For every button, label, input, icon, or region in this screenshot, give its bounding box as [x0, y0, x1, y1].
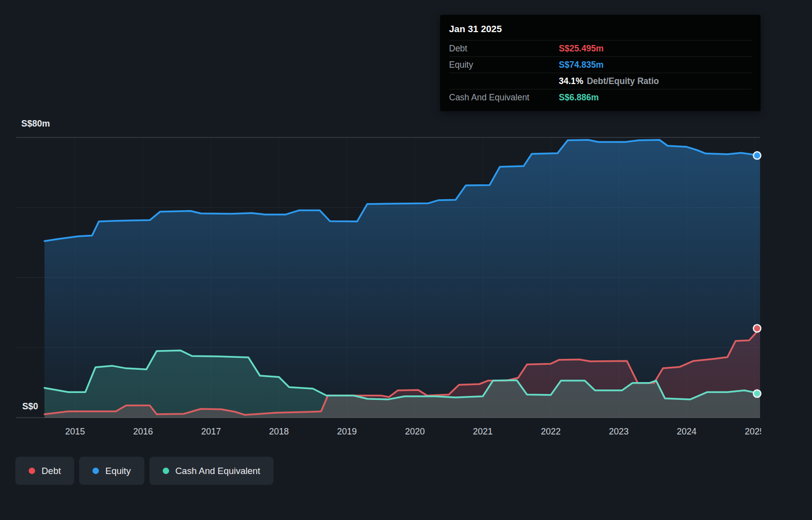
x-axis-label: 2020 — [405, 427, 425, 436]
tooltip-debt-value: S$25.495m — [559, 43, 604, 54]
x-axis-label: 2021 — [473, 427, 493, 436]
tooltip-row-debt: Debt S$25.495m — [449, 40, 752, 56]
tooltip-ratio-value: 34.1% — [559, 76, 584, 87]
x-axis-label: 2016 — [133, 427, 153, 436]
x-axis-label: 2015 — [65, 427, 85, 436]
tooltip: Jan 31 2025 Debt S$25.495m Equity S$74.8… — [440, 15, 761, 111]
y-axis-label-zero: S$0 — [22, 401, 38, 412]
tooltip-ratio-label: Debt/Equity Ratio — [587, 76, 659, 87]
legend-item-equity[interactable]: Equity — [79, 457, 144, 485]
x-axis-label: 2025 — [745, 427, 765, 436]
x-axis-label: 2017 — [201, 427, 221, 436]
x-axis-label: 2024 — [677, 427, 697, 436]
tooltip-debt-label: Debt — [449, 43, 559, 54]
tooltip-row-ratio: 34.1% Debt/Equity Ratio — [449, 73, 752, 89]
cash-dot-icon — [163, 468, 169, 474]
x-axis-label: 2023 — [609, 427, 629, 436]
legend-item-debt[interactable]: Debt — [15, 457, 74, 485]
debt-dot-icon — [29, 468, 35, 474]
legend-debt-label: Debt — [42, 466, 61, 477]
cash-and-equivalent-endpoint-marker — [754, 390, 761, 397]
debt-endpoint-marker — [754, 325, 761, 332]
tooltip-cash-label: Cash And Equivalent — [449, 92, 559, 103]
x-axis-label: 2022 — [541, 427, 561, 436]
tooltip-row-cash: Cash And Equivalent S$6.886m — [449, 89, 752, 105]
legend-cash-label: Cash And Equivalent — [176, 466, 261, 477]
tooltip-equity-value: S$74.835m — [559, 60, 604, 70]
legend: Debt Equity Cash And Equivalent — [15, 457, 273, 485]
x-axis-label: 2018 — [269, 427, 289, 436]
tooltip-cash-value: S$6.886m — [559, 92, 599, 103]
equity-dot-icon — [92, 468, 99, 474]
y-axis-label-top: S$80m — [21, 119, 50, 129]
legend-item-cash[interactable]: Cash And Equivalent — [149, 457, 274, 485]
x-axis-label: 2019 — [337, 427, 357, 436]
tooltip-date: Jan 31 2025 — [449, 20, 752, 40]
equity-endpoint-marker — [754, 152, 761, 159]
chart-page: 2015201620172018201920202021202220232024… — [0, 0, 812, 520]
legend-equity-label: Equity — [105, 466, 131, 477]
tooltip-row-equity: Equity S$74.835m — [449, 56, 752, 73]
tooltip-equity-label: Equity — [449, 60, 559, 70]
